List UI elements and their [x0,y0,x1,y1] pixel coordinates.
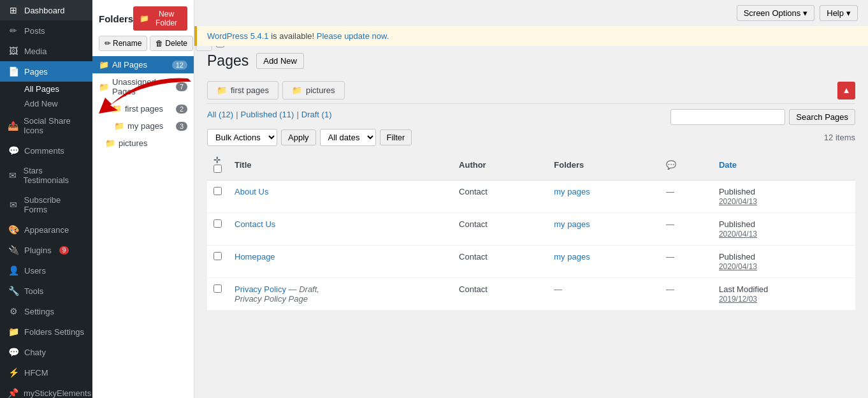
comments-icon: 💬 [8,145,19,156]
posts-icon: ✏ [8,26,19,36]
sidebar-item-users[interactable]: 👤 Users [0,260,92,281]
add-new-button[interactable]: Add New [256,53,304,69]
pages-table: ⊹ Title Author Folders 💬 Date About Us C… [207,150,855,311]
sidebar: ⊞ Dashboard ✏ Posts 🖼 Media 📄 Pages All … [0,0,92,398]
row-checkbox-homepage[interactable] [213,252,222,260]
folder-item-pictures[interactable]: 📁 pictures [92,135,194,152]
sidebar-item-dashboard[interactable]: ⊞ Dashboard [0,0,92,20]
author-privacy-policy: Contact [452,278,547,311]
new-folder-button[interactable]: 📁 New Folder [133,6,187,31]
col-date[interactable]: Date [712,150,855,181]
apply-button[interactable]: Apply [281,129,316,145]
folder-item-my-pages[interactable]: 📁 my pages 3 [92,117,194,135]
sidebar-item-chaty[interactable]: 💬 Chaty [0,342,92,362]
rename-button[interactable]: ✏ Rename [99,36,147,51]
page-link-privacy-policy[interactable]: Privacy Policy [235,284,286,294]
folders-title: Folders [99,13,133,24]
status-published-link[interactable]: Published (11) [241,110,294,119]
sidebar-label-social-share: Social Share Icons [24,116,85,135]
dashboard-icon: ⊞ [8,5,19,15]
sidebar-item-tools[interactable]: 🔧 Tools [0,281,92,301]
folder-link-contact-us[interactable]: my pages [554,219,590,229]
page-title: Pages [207,52,249,70]
trash-icon: 🗑 [156,39,163,48]
date-contact-us: Published 2020/04/13 [712,213,855,246]
folders-panel: Folders 📁 New Folder ✏ Rename 🗑 Delete ⇅… [92,0,194,398]
sidebar-label-users: Users [24,266,46,276]
sidebar-item-social-share[interactable]: 📤 Social Share Icons [0,111,92,140]
sidebar-item-mystickyelements[interactable]: 📌 myStickyElements [0,383,92,398]
appearance-icon: 🎨 [8,225,19,235]
comments-about-us: — [660,181,712,213]
sidebar-item-posts[interactable]: ✏ Posts [0,20,92,41]
sidebar-label-appearance: Appearance [24,225,69,235]
folder-link-about-us[interactable]: my pages [554,187,590,196]
folder-tab-pictures[interactable]: 📁 pictures [282,81,345,100]
folder-item-all-pages[interactable]: 📁 All Pages 12 [92,56,194,73]
select-all-checkbox[interactable] [213,165,222,173]
sidebar-item-comments[interactable]: 💬 Comments [0,140,92,161]
sidebar-sub-all-pages[interactable]: All Pages [0,82,92,96]
status-draft-link[interactable]: Draft (1) [301,110,332,119]
folder-item-first-pages[interactable]: ▾ 📁 first pages 2 [92,100,194,117]
settings-icon: ⚙ [8,306,19,316]
page-link-contact-us[interactable]: Contact Us [235,219,275,229]
stars-icon: ✉ [8,170,18,181]
chevron-icon: ▾ [105,105,108,112]
sidebar-label-stars: Stars Testimonials [24,166,85,185]
sidebar-item-folders-settings[interactable]: 📁 Folders Settings [0,321,92,342]
wp-version-link[interactable]: WordPress 5.4.1 [207,31,269,41]
folder-privacy-policy: — [547,278,660,311]
row-checkbox-about-us[interactable] [213,187,222,195]
sidebar-item-media[interactable]: 🖼 Media [0,41,92,61]
plugins-badge: 9 [59,246,69,254]
search-input[interactable] [670,109,785,125]
folder-icon-unassigned: 📁 [99,82,109,92]
date-filter-select[interactable]: All dates [320,129,376,146]
social-share-icon: 📤 [8,121,18,131]
folder-item-unassigned[interactable]: 📁 Unassigned Pages 7 [92,73,194,100]
table-row: About Us Contact my pages — Published 20… [207,181,855,213]
sidebar-item-stars-testimonials[interactable]: ✉ Stars Testimonials [0,161,92,190]
sidebar-label-dashboard: Dashboard [24,6,65,15]
sidebar-item-pages[interactable]: 📄 Pages [0,61,92,82]
date-privacy-policy: Last Modified 2019/12/03 [712,278,855,311]
status-all-link[interactable]: All (12) [207,110,233,119]
screen-options-chevron: ▾ [803,8,807,18]
row-checkbox-contact-us[interactable] [213,219,222,228]
sidebar-item-subscribe-forms[interactable]: ✉ Subscribe Forms [0,190,92,219]
author-about-us: Contact [452,181,547,213]
rename-icon: ✏ [105,39,111,48]
folder-icon-first-pages: 📁 [112,104,122,114]
folder-link-homepage[interactable]: my pages [554,252,590,262]
screen-options-button[interactable]: Screen Options ▾ [737,5,815,21]
folder-tab-first-pages[interactable]: 📁 first pages [207,81,278,100]
folders-header: Folders 📁 New Folder [92,0,194,36]
sidebar-item-hfcm[interactable]: ⚡ HFCM [0,362,92,383]
col-author: Author [452,150,547,181]
bulk-actions-select[interactable]: Bulk Actions [207,129,277,146]
help-chevron: ▾ [846,8,851,18]
sidebar-label-comments: Comments [24,146,64,156]
col-title: Title [228,150,452,181]
page-link-homepage[interactable]: Homepage [235,252,275,262]
sidebar-item-settings[interactable]: ⚙ Settings [0,301,92,321]
filter-button[interactable]: Filter [380,129,412,145]
update-now-link[interactable]: Please update now. [317,31,389,41]
row-checkbox-privacy-policy[interactable] [213,284,222,293]
drag-col-header: ⊹ [213,155,221,165]
help-button[interactable]: Help ▾ [820,5,858,21]
comments-contact-us: — [660,213,712,246]
sidebar-sub-add-new[interactable]: Add New [0,96,92,111]
delete-button[interactable]: 🗑 Delete [150,36,193,51]
folder-count-first-pages: 2 [176,105,187,114]
date-about-us: Published 2020/04/13 [712,181,855,213]
sidebar-label-subscribe: Subscribe Forms [24,195,85,214]
author-homepage: Contact [452,246,547,278]
table-row: Privacy Policy — Draft, Privacy Policy P… [207,278,855,311]
sidebar-item-plugins[interactable]: 🔌 Plugins 9 [0,240,92,260]
page-link-about-us[interactable]: About Us [235,187,268,196]
collapse-folders-button[interactable]: ▲ [837,82,855,100]
search-pages-button[interactable]: Search Pages [789,109,855,125]
sidebar-item-appearance[interactable]: 🎨 Appearance [0,219,92,240]
